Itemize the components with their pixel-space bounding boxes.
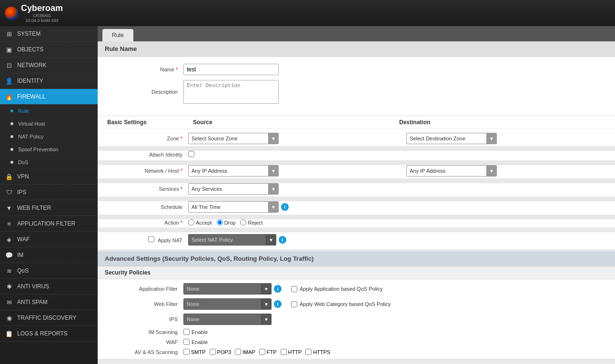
app-header: Cyberoam CR35iNG 10.04.0 build 433 <box>0 0 615 26</box>
sidebar-subitem-dos[interactable]: DoS <box>0 156 98 169</box>
nat-policy-arrow[interactable]: ▼ <box>266 235 276 245</box>
action-drop-text: Drop <box>224 220 236 226</box>
device-name: CR35iNG <box>33 13 51 18</box>
scan-https-checkbox[interactable] <box>305 349 312 355</box>
im-enable-label[interactable]: Enable <box>183 329 208 335</box>
scan-smtp-checkbox[interactable] <box>183 349 190 355</box>
waf-row: WAF Enable <box>98 339 615 345</box>
scan-smtp-item: SMTP <box>183 349 206 355</box>
services-row: Services * Any Services ▼ <box>98 183 615 197</box>
ips-arrow[interactable]: ▼ <box>261 314 271 325</box>
nat-info-icon[interactable]: i <box>279 236 286 244</box>
name-input[interactable] <box>183 64 279 75</box>
sidebar-subitem-spoof-prevention[interactable]: Spoof Prevention <box>0 143 98 156</box>
description-input[interactable] <box>183 80 279 104</box>
sidebar-item-identity[interactable]: 👤 IDENTITY <box>0 73 98 89</box>
action-reject-label[interactable]: Reject <box>240 219 262 226</box>
rule-name-body: Name * Description <box>98 57 615 116</box>
content-area: Rule Rule Name Name * Description <box>98 26 615 364</box>
app-filter-select[interactable]: None ▼ <box>183 283 272 295</box>
sidebar-item-traffic-discovery[interactable]: ◉ TRAFFIC DISCOVERY <box>0 310 98 326</box>
services-arrow[interactable]: ▼ <box>268 184 278 194</box>
ips-select[interactable]: None ▼ <box>183 314 272 325</box>
sidebar-item-im[interactable]: 💬 IM <box>0 247 98 263</box>
ips-value: None <box>184 315 261 324</box>
sidebar-label-app-filter: APPLICATION FILTER <box>17 220 75 227</box>
source-zone-arrow[interactable]: ▼ <box>268 133 278 144</box>
sidebar-item-vpn[interactable]: 🔒 VPN <box>0 169 98 185</box>
sidebar-subitem-nat-policy[interactable]: NAT Policy <box>0 130 98 143</box>
scan-ftp-checkbox[interactable] <box>259 349 265 355</box>
action-drop-label[interactable]: Drop <box>217 219 236 226</box>
source-zone-select[interactable]: Select Source Zone ▼ <box>188 133 279 144</box>
web-filter-label: Web Filter <box>107 301 183 307</box>
action-drop-radio[interactable] <box>217 219 223 226</box>
attach-identity-checkbox[interactable] <box>188 151 194 157</box>
sidebar-label-spoof-prevention: Spoof Prevention <box>18 147 58 152</box>
dest-network-arrow[interactable]: ▼ <box>486 166 496 176</box>
apply-web-qos-checkbox[interactable] <box>291 301 297 307</box>
basic-settings-columns: Basic Settings Source Destination <box>98 116 615 129</box>
sidebar-item-app-filter[interactable]: ≡ APPLICATION FILTER <box>0 216 98 232</box>
logo-container: Cyberoam CR35iNG 10.04.0 build 433 <box>5 3 63 23</box>
dest-network-select[interactable]: Any IP Address ▼ <box>406 165 497 177</box>
action-accept-text: Accept <box>196 220 212 226</box>
scan-pop3-label: POP3 <box>217 349 231 355</box>
name-row: Name * <box>107 64 605 75</box>
sidebar-item-anti-virus[interactable]: ✱ ANTI VIRUS <box>0 279 98 295</box>
web-filter-info-icon[interactable]: i <box>274 300 282 308</box>
sidebar-item-ips[interactable]: 🛡 IPS <box>0 185 98 200</box>
dest-zone-col: Select Destination Zone ▼ <box>406 133 615 144</box>
sidebar-item-system[interactable]: ⊞ SYSTEM <box>0 26 98 42</box>
sidebar-item-firewall[interactable]: 🔥 FIREWALL <box>0 89 98 105</box>
firewall-icon: 🔥 <box>5 92 13 101</box>
web-filter-select[interactable]: None ▼ <box>183 298 272 310</box>
schedule-select[interactable]: All The Time ▼ <box>188 201 279 213</box>
schedule-arrow[interactable]: ▼ <box>268 202 278 212</box>
source-network-arrow[interactable]: ▼ <box>268 166 278 176</box>
rule-name-title: Rule Name <box>105 45 137 52</box>
scan-http-label: HTTP <box>288 349 302 355</box>
action-accept-label[interactable]: Accept <box>188 219 212 226</box>
tab-rule[interactable]: Rule <box>102 29 133 41</box>
scan-pop3-checkbox[interactable] <box>210 349 216 355</box>
waf-enable-checkbox[interactable] <box>183 339 190 345</box>
apply-app-qos-checkbox[interactable] <box>291 286 297 292</box>
sidebar-item-waf[interactable]: ◈ WAF <box>0 232 98 247</box>
web-filter-arrow[interactable]: ▼ <box>261 299 271 309</box>
name-label: Name * <box>107 67 183 72</box>
sidebar-item-qos[interactable]: ≋ QoS <box>0 263 98 279</box>
app-filter-info-icon[interactable]: i <box>274 285 282 293</box>
sidebar-item-anti-spam[interactable]: ✉ ANTI SPAM <box>0 295 98 310</box>
sidebar-label-objects: OBJECTS <box>17 46 43 53</box>
app-filter-arrow[interactable]: ▼ <box>261 284 271 294</box>
apply-nat-checkbox[interactable] <box>148 236 154 242</box>
dest-zone-arrow[interactable]: ▼ <box>486 133 496 144</box>
web-filter-icon: ▼ <box>5 204 13 212</box>
services-select[interactable]: Any Services ▼ <box>188 183 279 195</box>
action-reject-text: Reject <box>248 220 262 226</box>
sidebar-subitem-rule[interactable]: Rule <box>0 105 98 118</box>
sidebar: ⊞ SYSTEM ▣ OBJECTS ⊡ NETWORK 👤 IDENTITY … <box>0 26 98 364</box>
im-enable-text: Enable <box>192 329 208 335</box>
waf-enable-label[interactable]: Enable <box>183 339 208 345</box>
sidebar-item-network[interactable]: ⊡ NETWORK <box>0 58 98 73</box>
dest-zone-select[interactable]: Select Destination Zone ▼ <box>406 133 497 144</box>
im-enable-checkbox[interactable] <box>183 329 190 335</box>
waf-icon: ◈ <box>5 235 13 244</box>
schedule-info-icon[interactable]: i <box>281 203 289 211</box>
sidebar-label-vpn: VPN <box>17 173 29 180</box>
scan-imap-checkbox[interactable] <box>235 349 241 355</box>
scan-http-checkbox[interactable] <box>281 349 287 355</box>
advanced-settings-title: Advanced Settings (Security Policies, Qo… <box>105 255 313 262</box>
sidebar-item-logs-reports[interactable]: 📋 LOGS & REPORTS <box>0 326 98 342</box>
scan-imap-item: IMAP <box>235 349 255 355</box>
sidebar-item-web-filter[interactable]: ▼ WEB FILTER <box>0 200 98 216</box>
source-network-select[interactable]: Any IP Address ▼ <box>188 165 279 177</box>
sidebar-subitem-virtual-host[interactable]: Virtual Host <box>0 118 98 130</box>
action-accept-radio[interactable] <box>188 219 194 226</box>
nat-policy-select[interactable]: Select NAT Policy ▼ <box>188 234 276 246</box>
action-reject-radio[interactable] <box>240 219 246 226</box>
sidebar-item-objects[interactable]: ▣ OBJECTS <box>0 42 98 58</box>
network-host-label: Network / Host * <box>107 168 188 174</box>
